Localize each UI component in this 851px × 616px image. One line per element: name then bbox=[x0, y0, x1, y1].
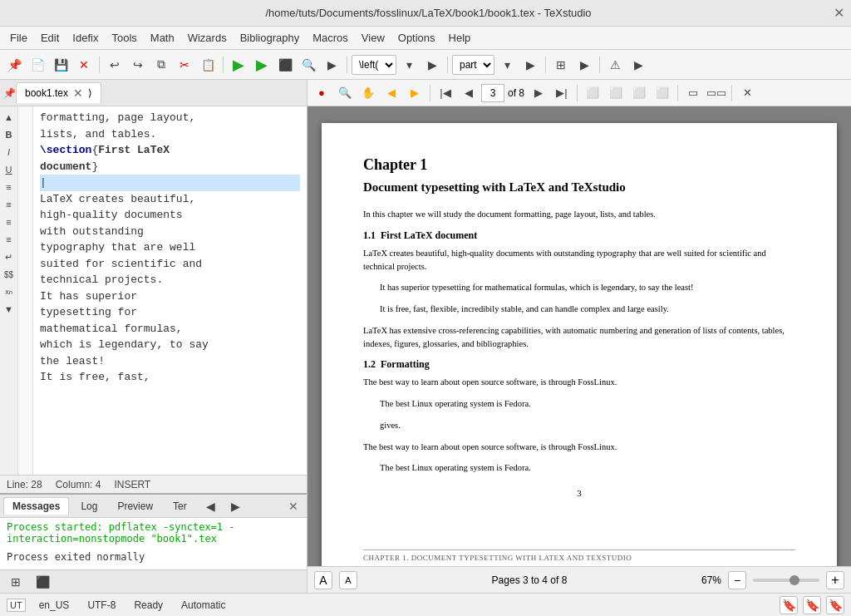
zoom-out-button[interactable]: − bbox=[728, 571, 746, 589]
more-button[interactable]: ▶ bbox=[627, 54, 649, 76]
pdf-fit-page[interactable]: ⬜ bbox=[582, 82, 603, 104]
bold-button[interactable]: B bbox=[2, 127, 17, 142]
paste-button[interactable]: 📋 bbox=[197, 54, 219, 76]
status-icon-1[interactable]: 🔖 bbox=[780, 596, 798, 614]
pdf-prev-page[interactable]: ◀ bbox=[458, 82, 480, 104]
tab-preview[interactable]: Preview bbox=[109, 498, 161, 515]
pdf-back-button[interactable]: ◀ bbox=[381, 82, 402, 104]
menu-math[interactable]: Math bbox=[144, 29, 181, 47]
pdf-zoom-page[interactable]: ⬜ bbox=[652, 82, 673, 104]
menu-view[interactable]: View bbox=[355, 29, 391, 47]
window-close-button[interactable]: ✕ bbox=[834, 5, 844, 21]
menu-bibliography[interactable]: Bibliography bbox=[234, 29, 307, 47]
nav-down-button[interactable]: ▼ bbox=[2, 302, 17, 317]
save-button[interactable]: 💾 bbox=[50, 54, 71, 76]
pdf-select-button[interactable]: ✋ bbox=[357, 82, 379, 104]
editor-tab-book1[interactable]: book1.tex ✕ ⟩ bbox=[16, 82, 101, 103]
compile-button[interactable]: ▶ bbox=[251, 54, 273, 76]
zoom-thumb[interactable] bbox=[790, 575, 799, 585]
tab-log[interactable]: Log bbox=[72, 498, 106, 515]
tab-messages[interactable]: Messages bbox=[3, 497, 69, 515]
new-button[interactable]: 📄 bbox=[27, 54, 48, 76]
code-line-11: technical projects. bbox=[40, 272, 300, 288]
code-line-16: which is legendary, to say bbox=[40, 337, 300, 353]
menu-idefix[interactable]: Idefix bbox=[66, 29, 105, 47]
play-button[interactable]: ▶ bbox=[321, 54, 342, 76]
menu-options[interactable]: Options bbox=[391, 29, 442, 47]
struct-next[interactable]: ▶ bbox=[519, 54, 541, 76]
pin-button[interactable]: 📌 bbox=[3, 54, 25, 76]
tab-scroll-left[interactable]: ◀ bbox=[200, 495, 222, 517]
tab-scroll-right[interactable]: ▶ bbox=[225, 495, 247, 517]
code-line-2: lists, and tables. bbox=[40, 126, 300, 143]
newline-button[interactable]: ↵ bbox=[2, 249, 17, 264]
warning-button[interactable]: ⚠ bbox=[604, 54, 626, 76]
pdf-fit-width[interactable]: ⬜ bbox=[605, 82, 627, 104]
cursor-icon: ⟩ bbox=[88, 87, 92, 99]
bottom-icon-1[interactable]: ⊞ bbox=[5, 571, 27, 593]
menu-edit[interactable]: Edit bbox=[34, 29, 66, 47]
subscript-button[interactable]: xn bbox=[2, 284, 17, 299]
undo-button[interactable]: ↩ bbox=[104, 54, 125, 76]
next-button[interactable]: ▶ bbox=[421, 54, 443, 76]
zoom-in-button[interactable]: + bbox=[826, 571, 844, 589]
copy-button[interactable]: ⧉ bbox=[150, 54, 172, 76]
pdf-next-page[interactable]: ▶ bbox=[528, 82, 549, 104]
pdf-close-btn[interactable]: ✕ bbox=[736, 82, 758, 104]
code-area[interactable]: formatting, page layout, lists, and tabl… bbox=[33, 106, 307, 475]
zoom-level: 67% bbox=[701, 574, 721, 586]
menu-macros[interactable]: Macros bbox=[306, 29, 355, 47]
grid-button[interactable]: ⊞ bbox=[550, 54, 572, 76]
pdf-fit-height[interactable]: ⬜ bbox=[628, 82, 650, 104]
zoom-fit-button[interactable]: A bbox=[314, 571, 332, 589]
pdf-forward-button[interactable]: ▶ bbox=[404, 82, 426, 104]
zoom-actual-button[interactable]: A bbox=[339, 571, 357, 589]
pdf-last-page[interactable]: ▶| bbox=[551, 82, 573, 104]
bottom-icon-2[interactable]: ⬛ bbox=[32, 571, 53, 593]
status-icon-2[interactable]: 🔖 bbox=[803, 596, 821, 614]
underline-button[interactable]: U bbox=[2, 162, 17, 177]
align-center-button[interactable]: ≡ bbox=[2, 197, 17, 212]
align-justify-button[interactable]: ≡ bbox=[2, 232, 17, 247]
pdf-section-2-indent3: The best Linux operating system is Fedor… bbox=[363, 461, 795, 475]
align-right-button[interactable]: ≡ bbox=[2, 214, 17, 229]
cut-button[interactable]: ✂ bbox=[174, 54, 195, 76]
tab-terminal[interactable]: Ter bbox=[165, 498, 195, 515]
pdf-viewer[interactable]: Chapter 1 Document typesetting with LaTe… bbox=[307, 106, 851, 566]
close-doc-button[interactable]: ✕ bbox=[73, 54, 95, 76]
status-icon-3[interactable]: 🔖 bbox=[826, 596, 844, 614]
find-button[interactable]: 🔍 bbox=[298, 54, 319, 76]
structure-select[interactable]: part bbox=[452, 55, 494, 75]
zoom-slider[interactable] bbox=[753, 579, 819, 582]
pdf-footer: Chapter 1. Document typesetting with LaT… bbox=[363, 549, 795, 562]
toolbar-sep-4 bbox=[447, 57, 448, 73]
menu-help[interactable]: Help bbox=[442, 29, 478, 47]
struct-dropdown[interactable]: ▾ bbox=[496, 54, 518, 76]
code-line-15: mathematical formulas, bbox=[40, 321, 300, 338]
math-inline-button[interactable]: $$ bbox=[2, 267, 17, 282]
command-dropdown[interactable]: ▾ bbox=[398, 54, 420, 76]
tab-close-icon[interactable]: ✕ bbox=[73, 86, 83, 100]
menu-tools[interactable]: Tools bbox=[105, 29, 143, 47]
command-select[interactable]: \left( bbox=[352, 55, 396, 75]
mode-indicator: INSERT bbox=[114, 479, 150, 490]
menu-wizards[interactable]: Wizards bbox=[181, 29, 234, 47]
menu-file[interactable]: File bbox=[3, 29, 34, 47]
italic-button[interactable]: I bbox=[2, 145, 17, 160]
pdf-btn-red[interactable]: ● bbox=[311, 82, 332, 104]
compile-fast-button[interactable]: ▶ bbox=[228, 54, 249, 76]
grid2-button[interactable]: ▶ bbox=[573, 54, 595, 76]
pdf-two-page[interactable]: ▭▭ bbox=[706, 82, 727, 104]
align-left-button[interactable]: ≡ bbox=[2, 180, 17, 195]
nav-up-button[interactable]: ▲ bbox=[2, 110, 17, 125]
editor-content[interactable]: formatting, page layout, lists, and tabl… bbox=[18, 106, 307, 475]
redo-button[interactable]: ↪ bbox=[127, 54, 149, 76]
stop-button[interactable]: ⬛ bbox=[274, 54, 296, 76]
pdf-bottom-bar: A A Pages 3 to 4 of 8 67% − + bbox=[307, 566, 851, 593]
pdf-search-button[interactable]: 🔍 bbox=[334, 82, 356, 104]
pdf-first-page[interactable]: |◀ bbox=[435, 82, 456, 104]
pdf-single-page[interactable]: ▭ bbox=[682, 82, 704, 104]
pdf-page-input[interactable] bbox=[481, 84, 504, 102]
bottom-panel-close[interactable]: ✕ bbox=[283, 500, 303, 513]
title-bar: /home/tuts/Documents/fosslinux/LaTeX/boo… bbox=[0, 0, 851, 27]
